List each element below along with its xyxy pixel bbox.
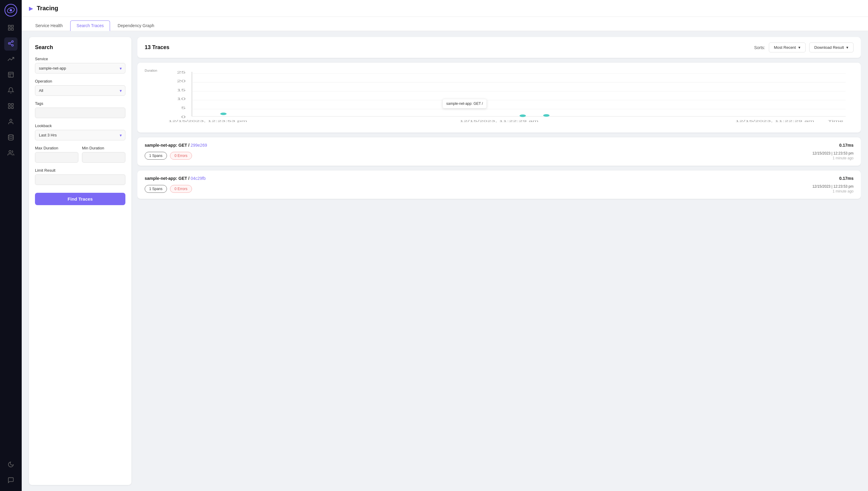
trace-card[interactable]: sample-net-app: GET / 299e269 0.17ms 1 S… xyxy=(137,137,861,166)
errors-badge: 0 Errors xyxy=(170,152,192,160)
svg-rect-6 xyxy=(8,28,10,30)
page-title: Tracing xyxy=(37,5,58,12)
results-header: 13 Traces Sorts: Most Recent ▾ Download … xyxy=(137,37,861,58)
sort-select[interactable]: Most Recent ▾ xyxy=(769,42,806,52)
trace-card-header: sample-net-app: GET / 299e269 0.17ms xyxy=(145,143,853,148)
spans-badge: 1 Spans xyxy=(145,185,167,193)
trace-id: 04c29fb xyxy=(191,176,205,181)
sidebar-item-theme[interactable] xyxy=(4,459,18,472)
svg-text:12/15/2023, 12:23:53 pm: 12/15/2023, 12:23:53 pm xyxy=(168,120,247,123)
svg-point-35 xyxy=(220,113,227,115)
chart-svg: 25 20 15 10 5 0 xyxy=(145,69,853,126)
svg-text:0: 0 xyxy=(181,115,186,119)
trace-card-header: sample-net-app: GET / 04c29fb 0.17ms xyxy=(145,176,853,181)
sidebar-item-logs[interactable] xyxy=(4,69,18,82)
trace-card-footer: 1 Spans 0 Errors 12/15/2023 | 12:23:53 p… xyxy=(145,184,853,193)
max-duration-input[interactable] xyxy=(35,152,78,163)
errors-badge: 0 Errors xyxy=(170,185,192,193)
lookback-label: Lookback xyxy=(35,123,125,128)
main-area: ▶ Tracing Service Health Search Traces D… xyxy=(22,0,868,491)
sort-label: Sorts: xyxy=(754,45,765,50)
user-icon xyxy=(7,118,14,126)
svg-point-8 xyxy=(8,42,10,44)
service-select[interactable]: sample-net-app xyxy=(35,63,125,74)
min-duration-label: Min Duration xyxy=(82,146,125,150)
trace-card[interactable]: sample-net-app: GET / 04c29fb 0.17ms 1 S… xyxy=(137,171,861,199)
svg-rect-5 xyxy=(11,28,13,30)
trace-ago: 1 minute ago xyxy=(812,189,853,193)
search-panel-title: Search xyxy=(35,44,125,51)
svg-point-19 xyxy=(10,119,12,121)
tags-input[interactable] xyxy=(35,108,125,118)
tab-search-traces[interactable]: Search Traces xyxy=(70,21,110,31)
sidebar-item-widgets[interactable] xyxy=(4,100,18,113)
trace-badges: 1 Spans 0 Errors xyxy=(145,152,192,160)
grid-icon xyxy=(7,24,14,32)
trace-badges: 1 Spans 0 Errors xyxy=(145,185,192,193)
message-icon xyxy=(7,477,14,485)
svg-rect-4 xyxy=(11,25,13,27)
svg-rect-12 xyxy=(8,72,13,78)
share2-icon xyxy=(7,40,14,48)
app-logo[interactable] xyxy=(4,4,18,17)
sort-chevron-icon: ▾ xyxy=(799,45,801,50)
svg-text:25: 25 xyxy=(177,70,186,74)
sidebar-item-messages[interactable] xyxy=(4,474,18,487)
tags-field-group: Tags xyxy=(35,101,125,118)
svg-text:5: 5 xyxy=(181,106,186,110)
chart-y-label: Duration xyxy=(145,69,157,72)
find-traces-button[interactable]: Find Traces xyxy=(35,193,125,205)
limit-result-label: Limit Result xyxy=(35,168,125,173)
min-duration-input[interactable] xyxy=(82,152,125,163)
svg-text:12/15/2023, 11:22:29 am: 12/15/2023, 11:22:29 am xyxy=(735,120,814,123)
operation-field-group: Operation All xyxy=(35,79,125,96)
limit-result-field-group: Limit Result xyxy=(35,168,125,185)
duration-field-group: Max Duration Min Duration xyxy=(35,146,125,163)
sidebar-item-analytics[interactable] xyxy=(4,53,18,66)
operation-select[interactable]: All xyxy=(35,85,125,96)
trace-name: sample-net-app: GET / 299e269 xyxy=(145,143,207,148)
database-icon xyxy=(7,134,14,142)
svg-rect-16 xyxy=(11,104,13,106)
trace-meta: 12/15/2023 | 12:23:53 pm 1 minute ago xyxy=(812,151,853,160)
moon-icon xyxy=(7,461,14,469)
operation-label: Operation xyxy=(35,79,125,83)
sidebar-item-profile[interactable] xyxy=(4,116,18,129)
sidebar-item-dashboard[interactable] xyxy=(4,22,18,35)
service-label: Service xyxy=(35,57,125,61)
tab-service-health[interactable]: Service Health xyxy=(29,21,69,31)
trace-date: 12/15/2023 | 12:23:53 pm xyxy=(812,184,853,189)
breadcrumb-chevron: ▶ xyxy=(29,5,33,12)
service-select-wrapper: sample-net-app xyxy=(35,63,125,74)
download-result-button[interactable]: Download Result ▾ xyxy=(809,42,853,52)
sort-value: Most Recent xyxy=(774,45,796,50)
trace-duration: 0.17ms xyxy=(839,176,853,181)
svg-text:Time: Time xyxy=(828,120,843,123)
download-chevron-icon: ▾ xyxy=(846,45,848,50)
sidebar-item-storage[interactable] xyxy=(4,131,18,145)
results-panel: 13 Traces Sorts: Most Recent ▾ Download … xyxy=(137,37,861,485)
svg-rect-18 xyxy=(8,107,10,109)
svg-point-9 xyxy=(12,45,13,47)
svg-rect-15 xyxy=(8,104,10,106)
sidebar-item-team[interactable] xyxy=(4,147,18,160)
download-label: Download Result xyxy=(814,45,844,50)
users-icon xyxy=(7,150,14,157)
bell-icon xyxy=(7,87,14,95)
spans-badge: 1 Spans xyxy=(145,152,167,160)
trace-service-name: sample-net-app: GET / xyxy=(145,143,190,148)
trace-service-name: sample-net-app: GET / xyxy=(145,176,190,181)
max-duration-label: Max Duration xyxy=(35,146,78,150)
sidebar-item-alerts[interactable] xyxy=(4,84,18,97)
max-duration-group: Max Duration xyxy=(35,146,78,163)
trending-up-icon xyxy=(7,56,14,63)
search-panel: Search Service sample-net-app Operation … xyxy=(29,37,132,485)
limit-result-input[interactable] xyxy=(35,174,125,185)
lookback-select[interactable]: Last 3 Hrs xyxy=(35,130,125,140)
svg-rect-17 xyxy=(11,107,13,109)
tab-dependency-graph[interactable]: Dependency Graph xyxy=(111,21,160,31)
trace-chart: Duration 25 20 15 10 5 0 xyxy=(137,63,861,133)
trace-card-footer: 1 Spans 0 Errors 12/15/2023 | 12:23:53 p… xyxy=(145,151,853,160)
svg-point-2 xyxy=(10,9,12,11)
sidebar-item-tracing[interactable] xyxy=(4,37,18,51)
